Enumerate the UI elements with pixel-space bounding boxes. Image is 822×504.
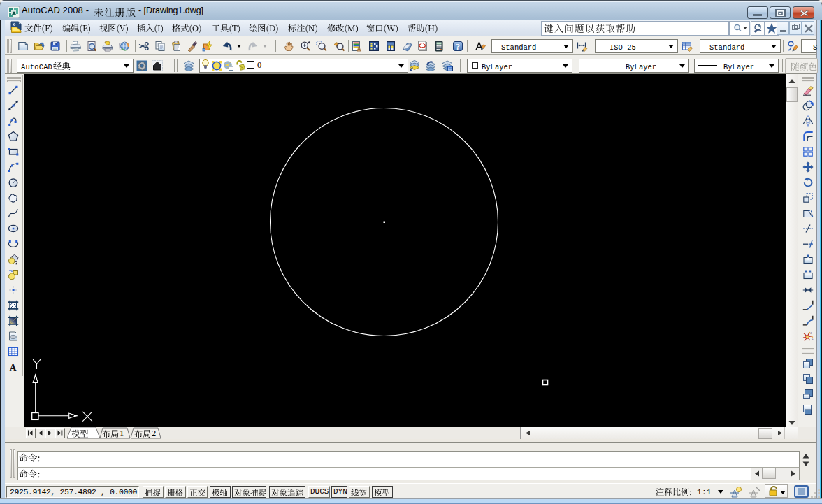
svg-text:?: ? — [456, 42, 460, 52]
svg-text:A: A — [10, 363, 17, 373]
